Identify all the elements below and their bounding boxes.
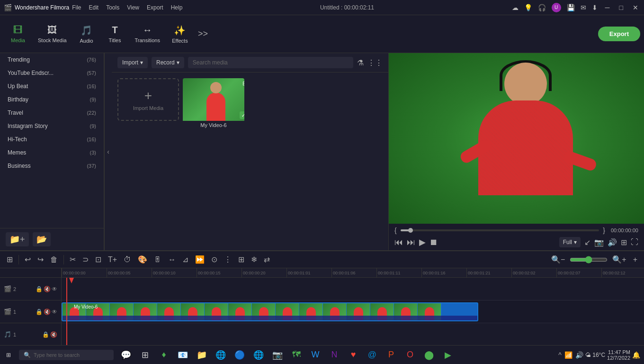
- network-icon[interactable]: 📶: [564, 351, 572, 359]
- taskbar-app-8[interactable]: ▶: [439, 346, 456, 364]
- toolbar-audio[interactable]: 🎵 Audio: [72, 22, 101, 46]
- quality-selector[interactable]: Full ▾: [559, 237, 581, 247]
- track-v2-row[interactable]: [62, 278, 644, 300]
- import-button[interactable]: Import ▾: [117, 57, 148, 68]
- taskbar-powerpoint-icon[interactable]: P: [383, 346, 400, 364]
- avatar[interactable]: U: [552, 3, 561, 12]
- delete-button[interactable]: 🗑: [48, 254, 60, 266]
- to-edit-button[interactable]: ↙: [584, 238, 590, 247]
- scale-button[interactable]: ⊿: [180, 253, 190, 266]
- track-a1-lock-button[interactable]: 🔒: [42, 331, 49, 338]
- menu-edit[interactable]: Edit: [89, 4, 99, 11]
- audio-mixer-button[interactable]: 🎚: [152, 254, 163, 266]
- sidebar-item-trending[interactable]: Trending (76): [0, 53, 104, 66]
- toolbar-more-button[interactable]: >>: [194, 25, 212, 43]
- folder-button[interactable]: 📂: [33, 232, 51, 246]
- toolbar-effects[interactable]: ✨ Effects: [166, 22, 194, 46]
- zoom-out-button[interactable]: 🔍−: [549, 253, 567, 266]
- bulb-icon[interactable]: 💡: [524, 4, 532, 11]
- taskbar-app-3[interactable]: 📁: [193, 346, 210, 364]
- taskbar-chrome-icon[interactable]: ⬤: [420, 346, 438, 364]
- volume-icon[interactable]: 🔊: [575, 351, 583, 359]
- media-search-input[interactable]: [188, 57, 353, 68]
- sidebar-item-instagram[interactable]: Instagram Story (9): [0, 119, 104, 133]
- media-import-item[interactable]: + Import Media: [117, 78, 179, 121]
- minimize-button[interactable]: ─: [603, 4, 612, 11]
- timer-button[interactable]: ⏱: [122, 254, 133, 266]
- sidebar-item-hitech[interactable]: Hi-Tech (16): [0, 133, 104, 146]
- menu-tools[interactable]: Tools: [106, 4, 119, 11]
- taskbar-task-view-icon[interactable]: ⊞: [136, 346, 153, 364]
- grid-view-button[interactable]: ⊞: [5, 253, 15, 266]
- track-v2-eye-button[interactable]: 👁: [52, 286, 57, 292]
- taskbar-onenote-icon[interactable]: N: [326, 346, 343, 364]
- step-back-button[interactable]: ⏭: [407, 237, 415, 247]
- stabilize-button[interactable]: ⊙: [209, 253, 219, 266]
- taskbar-clock[interactable]: 11:47 PM 12/7/2022: [607, 349, 630, 361]
- add-track-button[interactable]: +: [631, 254, 639, 266]
- taskbar-search-input[interactable]: [34, 352, 105, 358]
- seekbar-thumb[interactable]: [408, 228, 413, 233]
- sidebar-item-memes[interactable]: Memes (3): [0, 146, 104, 159]
- mail-icon[interactable]: ✉: [581, 4, 586, 11]
- notification-icon[interactable]: 🔔: [632, 351, 640, 359]
- menu-export[interactable]: Export: [147, 4, 163, 11]
- audio-detach-button[interactable]: ⋮: [222, 253, 233, 266]
- seekbar-track[interactable]: [401, 229, 599, 231]
- sidebar-item-business[interactable]: Business (37): [0, 159, 104, 173]
- speed-button[interactable]: ⏩: [193, 253, 206, 266]
- screenshot-button[interactable]: 📷: [594, 238, 604, 247]
- taskbar-cortana-icon[interactable]: 💬: [117, 346, 134, 364]
- more-options-icon[interactable]: ⋮⋮: [367, 58, 383, 67]
- replace-button[interactable]: ⇄: [262, 253, 272, 266]
- text-button[interactable]: T+: [106, 254, 119, 266]
- toolbar-stock-media[interactable]: 🖼 Stock Media: [32, 22, 72, 46]
- stop-button[interactable]: ⏹: [429, 237, 438, 247]
- menu-help[interactable]: Help: [171, 4, 183, 11]
- taskbar-app-6[interactable]: 🗺: [288, 346, 305, 364]
- track-a1-mute-button[interactable]: 🔇: [50, 331, 57, 338]
- track-v1-row[interactable]: ▶ My Video-6: [62, 300, 644, 323]
- sidebar-item-birthday[interactable]: Birthday (9): [0, 93, 104, 106]
- undo-button[interactable]: ↩: [23, 253, 33, 266]
- play-button[interactable]: ▶: [419, 237, 426, 247]
- crop-button[interactable]: ⊡: [93, 253, 103, 266]
- toolbar-media[interactable]: 🎞 Media: [4, 22, 32, 46]
- maximize-button[interactable]: □: [617, 4, 625, 11]
- media-thumb-video6[interactable]: ⊞ ✓ My Video-6: [183, 78, 244, 245]
- track-v1-eye-button[interactable]: 👁: [52, 309, 57, 315]
- skip-back-button[interactable]: ⏮: [394, 237, 403, 247]
- taskbar-app-4[interactable]: 🌐: [212, 346, 229, 364]
- transition-button[interactable]: ↔: [166, 254, 178, 266]
- taskbar-app-1[interactable]: ♦: [155, 346, 172, 364]
- start-button[interactable]: ⊞: [0, 346, 17, 364]
- cloud-icon[interactable]: ☁: [512, 4, 519, 11]
- track-v2-mute-button[interactable]: 🔇: [44, 286, 51, 292]
- taskbar-app-2[interactable]: 📧: [174, 346, 191, 364]
- filter-icon[interactable]: ⚗: [357, 58, 364, 67]
- taskbar-edge-icon[interactable]: 🌐: [250, 346, 267, 364]
- sidebar-collapse-arrow[interactable]: ‹: [104, 53, 112, 250]
- redo-button[interactable]: ↪: [36, 253, 45, 266]
- track-v1-lock-button[interactable]: 🔒: [36, 309, 43, 315]
- export-button[interactable]: Export: [598, 27, 640, 41]
- taskbar-app-5[interactable]: 🔵: [231, 346, 248, 364]
- sidebar-item-youtube[interactable]: YouTube Endscr... (57): [0, 66, 104, 80]
- record-button[interactable]: Record ▾: [152, 57, 184, 68]
- cut-button[interactable]: ✂: [68, 253, 78, 266]
- taskbar-opera-icon[interactable]: O: [402, 346, 419, 364]
- sidebar-item-travel[interactable]: Travel (22): [0, 106, 104, 119]
- taskbar-instagram-icon[interactable]: 📷: [269, 346, 286, 364]
- close-button[interactable]: ✕: [631, 4, 640, 11]
- video-clip-v1[interactable]: ▶ My Video-6: [62, 302, 478, 321]
- toolbar-titles[interactable]: T Titles: [101, 22, 129, 46]
- pip-button[interactable]: ⊞: [621, 238, 627, 247]
- track-v1-mute-button[interactable]: 🔇: [44, 309, 51, 315]
- ripple-button[interactable]: ⊃: [80, 253, 90, 266]
- taskbar-word-icon[interactable]: W: [307, 346, 324, 364]
- volume-button[interactable]: 🔊: [608, 238, 617, 247]
- menu-view[interactable]: View: [127, 4, 139, 11]
- taskbar-app-7[interactable]: ♥: [345, 346, 362, 364]
- mark-out-button[interactable]: }: [603, 227, 605, 234]
- save-icon[interactable]: 💾: [567, 4, 575, 11]
